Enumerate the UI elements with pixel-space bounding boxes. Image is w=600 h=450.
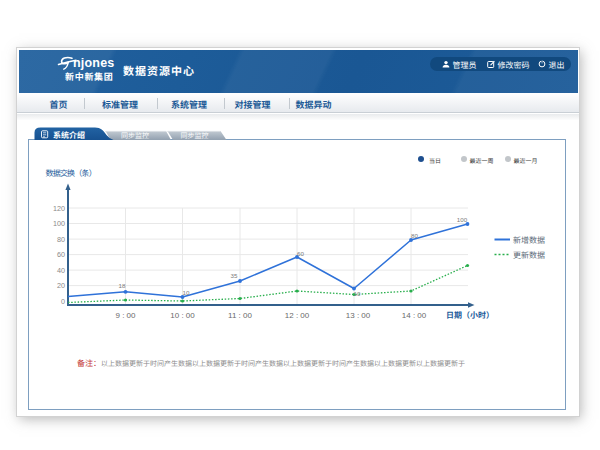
svg-text:40: 40 [57,266,65,275]
svg-text:同步监控: 同步监控 [121,132,149,139]
svg-text:10 : 00: 10 : 00 [170,311,195,320]
svg-text:80: 80 [411,232,418,239]
svg-text:35: 35 [231,272,238,279]
svg-text:80: 80 [57,235,65,244]
svg-text:12 : 00: 12 : 00 [285,311,310,320]
svg-text:60: 60 [57,250,65,259]
svg-text:更新数据: 更新数据 [513,251,545,260]
svg-text:120: 120 [53,204,65,213]
svg-text:系统介绍: 系统介绍 [53,131,85,140]
svg-text:9 : 00: 9 : 00 [115,311,136,320]
svg-text:18: 18 [119,282,126,289]
svg-text:13 : 00: 13 : 00 [346,311,371,320]
svg-text:同步监控: 同步监控 [181,132,209,139]
svg-text:100: 100 [457,216,468,223]
svg-text:100: 100 [53,219,65,228]
svg-text:10: 10 [354,290,361,297]
svg-text:11 : 00: 11 : 00 [228,311,252,320]
svg-text:10: 10 [183,289,190,296]
svg-text:新增数据: 新增数据 [513,236,545,245]
svg-text:14 : 00: 14 : 00 [402,311,427,320]
svg-text:60: 60 [297,250,304,257]
svg-text:日期（小时）: 日期（小时） [446,311,494,320]
svg-text:20: 20 [57,281,65,290]
svg-text:0: 0 [61,297,65,306]
